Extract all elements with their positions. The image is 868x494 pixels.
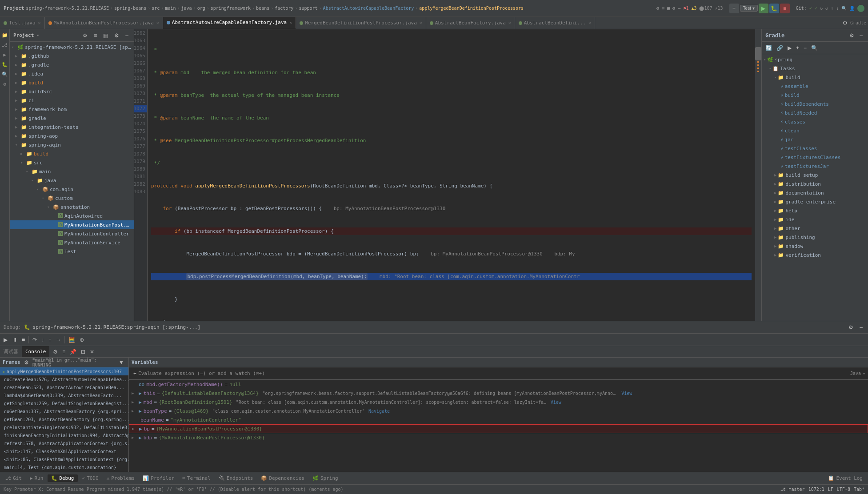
gradle-testclasses[interactable]: ⚡ testClasses xyxy=(762,144,868,153)
frame-1[interactable]: doCreateBean:576, AbstractAutowireCapabl… xyxy=(0,375,128,383)
debug-run-to-cursor[interactable]: → xyxy=(54,336,63,344)
frame-12[interactable]: main:14, Test {com.aqin.custom.annotatio… xyxy=(0,463,128,471)
tab-abstract-autowire[interactable]: AbstractAutowireCapableBeanFactory.java … xyxy=(163,17,296,29)
project-icon[interactable]: 📁 xyxy=(1,31,9,39)
sidebar-settings[interactable]: ⚙ xyxy=(81,32,89,40)
var-beanname[interactable]: beanName = "myAnnotationController" xyxy=(129,415,868,424)
tree-build-root[interactable]: ▶ 📁 build xyxy=(10,78,134,87)
frame-5[interactable]: doGetBean:337, AbstractBeanFactory {org.… xyxy=(0,407,128,415)
var-this[interactable]: ▶ ▶ this = {DefaultListableBeanFactory@1… xyxy=(129,389,868,398)
frame-4[interactable]: getSingleton:259, DefaultSingletonBeanRe… xyxy=(0,399,128,407)
tab-git[interactable]: ⎇ Git xyxy=(2,474,25,482)
frame-11[interactable]: <init>:85, ClassPathXmlApplicationContex… xyxy=(0,455,128,463)
gradle-assemble[interactable]: ⚡ assemble xyxy=(762,82,868,91)
tree-framework-bom[interactable]: ▶ 📁 framework-bom xyxy=(10,105,134,114)
gradle-build-category[interactable]: ▾ 📁 build xyxy=(762,73,868,82)
debug-expand2[interactable]: ⊡ xyxy=(79,348,87,356)
sidebar-close[interactable]: – xyxy=(124,32,130,40)
debug-resume[interactable]: ▶ xyxy=(2,336,9,344)
tree-annotation[interactable]: ▾ 📦 annotation xyxy=(10,203,134,211)
gradle-link[interactable]: 🔗 xyxy=(775,44,785,52)
tree-myannotationcontroller[interactable]: 🅰 MyAnnotationController xyxy=(10,229,134,238)
gradle-run[interactable]: ▶ xyxy=(786,44,793,52)
stop-btn[interactable]: ■ xyxy=(780,4,790,13)
tree-gradle-folder[interactable]: ▶ 📁 .gradle xyxy=(10,60,134,69)
tab-abstractbeandef[interactable]: AbstractBeanDefini... ✕ xyxy=(515,17,595,29)
tree-java[interactable]: ▾ 📁 java xyxy=(10,176,134,185)
gradle-help[interactable]: ▶ 📁 help xyxy=(762,206,868,215)
settings-icon[interactable]: ⚙ xyxy=(1,80,9,88)
run-icon[interactable]: ▶ xyxy=(1,51,9,59)
tree-test[interactable]: 🅰 Test xyxy=(10,247,134,256)
debug-evaluate[interactable]: 🧮 xyxy=(67,336,77,344)
tree-integration-tests[interactable]: ▶ 📁 integration-tests xyxy=(10,123,134,131)
frame-7[interactable]: preInstantiateSingletons:932, DefaultLis… xyxy=(0,423,128,431)
tree-myannotationbeanpost[interactable]: 🅰 MyAnnotationBeanPost... xyxy=(10,220,134,229)
tree-ci[interactable]: ▶ 📁 ci xyxy=(10,96,134,105)
debug-step-into[interactable]: ↓ xyxy=(40,336,46,344)
run-btn[interactable]: ▶ xyxy=(759,4,768,13)
debug-step-out[interactable]: ↑ xyxy=(47,336,53,344)
tab-todo[interactable]: ✓ TODO xyxy=(79,474,102,482)
tab-profiler[interactable]: 📊 Profiler xyxy=(139,474,178,482)
debug-layout[interactable]: ≡ xyxy=(60,348,67,356)
gradle-clean[interactable]: ⚡ clean xyxy=(762,126,868,135)
gradle-verification[interactable]: ▶ 📁 verification xyxy=(762,251,868,259)
frame-9[interactable]: refresh:578, AbstractApplicationContext … xyxy=(0,439,128,447)
frame-2[interactable]: createBean:523, AbstractAutowireCapableB… xyxy=(0,383,128,391)
debug-breakpoints[interactable]: ⊕ xyxy=(78,336,86,344)
tree-idea[interactable]: ▶ 📁 .idea xyxy=(10,69,134,78)
tab-console[interactable]: Console xyxy=(22,346,49,357)
gradle-buildneeded[interactable]: ⚡ buildNeeded xyxy=(762,108,868,117)
tab-abstractbean[interactable]: AbstractBeanFactory.java ✕ xyxy=(426,17,515,29)
frame-10[interactable]: <init>:147, ClassPathXmlApplicationConte… xyxy=(0,447,128,455)
frame-8[interactable]: finishBeanFactoryInitialization:994, Abs… xyxy=(0,431,128,439)
sidebar-layout[interactable]: ≡ xyxy=(92,32,99,40)
view-link-mbd[interactable]: View xyxy=(551,400,561,405)
gradle-expand[interactable]: + xyxy=(794,44,801,52)
tab-terminal[interactable]: ⌨ Terminal xyxy=(179,474,214,482)
debug-pin[interactable]: 📌 xyxy=(68,348,78,356)
tree-com-aqin[interactable]: ▾ 📦 com.aqin xyxy=(10,185,134,194)
tab-dependencies[interactable]: 📦 Dependencies xyxy=(257,474,308,482)
debug-step-over[interactable]: ↷ xyxy=(31,336,39,344)
gradle-build[interactable]: ⚡ build xyxy=(762,91,868,100)
tab-endpoints[interactable]: 🔌 Endpoints xyxy=(215,474,257,482)
navigate-link[interactable]: Navigate xyxy=(368,409,390,414)
gradle-documentation[interactable]: ▶ 📁 documentation xyxy=(762,188,868,197)
frames-thread-filter[interactable]: ▼ xyxy=(117,359,126,367)
tree-root[interactable]: ▾ 🌿 spring-framework-5.2.21.RELEASE [spr… xyxy=(10,43,134,52)
tree-github[interactable]: ▶ 📁 .github xyxy=(10,52,134,60)
view-link-this[interactable]: View xyxy=(621,391,632,396)
gradle-refresh[interactable]: 🔄 xyxy=(764,44,774,52)
var-mbd-factory[interactable]: oo mbd.getFactoryMethodName() = null xyxy=(129,380,868,389)
tree-build-aqin[interactable]: ▶ 📁 build xyxy=(10,149,134,158)
debug-pause[interactable]: ⏸ xyxy=(10,336,19,344)
debug-settings[interactable]: ⚙ xyxy=(847,323,855,331)
gradle-testfixturesclasses[interactable]: ⚡ testFixturesClasses xyxy=(762,153,868,162)
tree-gradle[interactable]: ▶ 📁 gradle xyxy=(10,114,134,123)
gradle-search[interactable]: 🔍 xyxy=(809,44,820,52)
search-icon[interactable]: 🔍 xyxy=(1,70,9,78)
gradle-enterprise[interactable]: ▶ 📁 gradle enterprise xyxy=(762,197,868,206)
gradle-root[interactable]: ▾ 🌿 spring xyxy=(762,55,868,64)
config-select[interactable]: Test ▾ xyxy=(740,5,758,12)
gradle-builddependents[interactable]: ⚡ buildDependents xyxy=(762,100,868,108)
tab-problems[interactable]: ⚠ Problems xyxy=(103,474,139,482)
gradle-ide[interactable]: ▶ 📁 ide xyxy=(762,215,868,224)
tab-myannotation[interactable]: MyAnnotationBeanPostProcessor.java ✕ xyxy=(45,17,163,29)
gradle-settings-btn[interactable]: ⚙ xyxy=(848,32,856,40)
gradle-distribution[interactable]: ▶ 📁 distribution xyxy=(762,179,868,188)
event-log-tab[interactable]: 📋 Event Log xyxy=(824,474,866,482)
gradle-other[interactable]: ▶ 📁 other xyxy=(762,224,868,233)
tree-myannotationservice[interactable]: 🅰 MyAnnotationService xyxy=(10,238,134,247)
tree-aqinautowired[interactable]: 🅰 AqinAutowired xyxy=(10,211,134,220)
tab-run[interactable]: ▶ Run xyxy=(26,474,47,482)
git-branch[interactable]: ⎇ master xyxy=(780,487,804,492)
var-bdp[interactable]: ▶ ▶ bdp = {MyAnnotationBeanPostProcessor… xyxy=(129,433,868,442)
tab-test-java[interactable]: Test.java ✕ xyxy=(0,17,45,29)
debug-icon[interactable]: 🐛 xyxy=(1,60,9,68)
frame-0[interactable]: ▶ applyMergedBeanDefinitionPostProcessor… xyxy=(0,367,128,375)
gradle-classes[interactable]: ⚡ classes xyxy=(762,117,868,126)
gradle-collapse[interactable]: − xyxy=(802,44,808,52)
